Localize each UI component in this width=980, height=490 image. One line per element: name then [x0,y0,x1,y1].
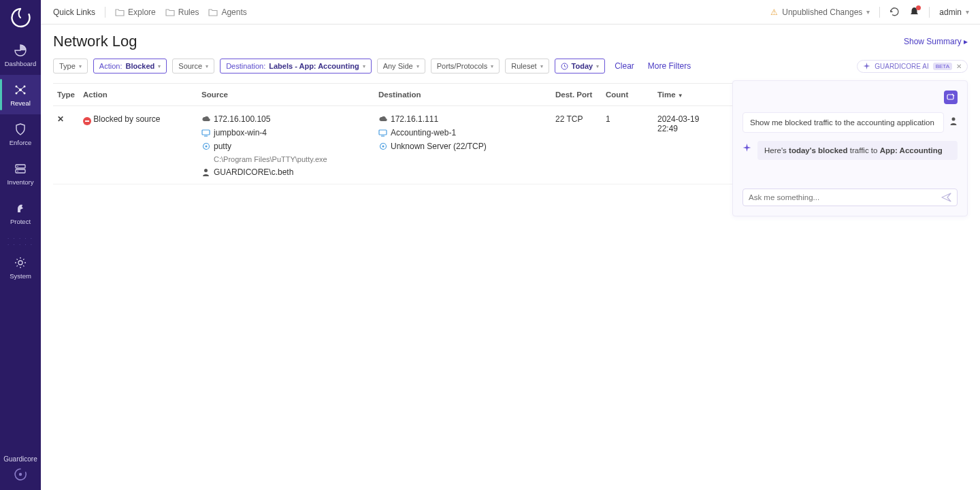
svg-rect-9 [16,165,25,168]
ai-input[interactable] [749,193,941,201]
quick-links-label[interactable]: Quick Links [53,7,95,17]
sort-desc-icon: ▼ [678,93,683,99]
chevron-down-icon: ▾ [966,8,969,16]
filter-today[interactable]: Today▾ [555,59,606,74]
filter-source[interactable]: Source▾ [172,59,214,74]
th-type[interactable]: Type [53,84,79,105]
crumb-rules[interactable]: Rules [165,7,199,17]
dest-service: Unknown Server (22/TCP) [391,142,487,151]
sidebar-item-protect[interactable]: Protect [0,193,41,233]
show-summary-label: Show Summary [904,37,962,46]
page-header: Network Log Show Summary ▸ [41,24,980,54]
sidebar-item-label: Protect [10,218,31,225]
folder-icon [115,8,125,16]
svg-rect-33 [947,95,953,99]
notifications-button[interactable] [909,7,919,17]
filter-action[interactable]: Action: Blocked▾ [93,59,167,74]
chevron-down-icon: ▾ [491,63,493,69]
unpublished-label: Unpublished Changes [782,7,862,17]
sidebar-item-label: System [10,272,31,280]
ai-assistant-text: Here's today's blocked traffic to App: A… [757,141,958,160]
dest-host: Accounting-web-1 [391,128,456,137]
gear-icon [14,256,27,270]
shield-icon [14,122,27,136]
warning-icon: ⚠ [770,7,778,17]
ai-panel: Show me blocked traffic to the accountin… [732,80,968,216]
brand-logo [0,0,41,35]
th-port[interactable]: Dest. Port [551,84,602,105]
svg-point-35 [952,118,956,121]
folder-icon [165,8,175,16]
show-summary-link[interactable]: Show Summary ▸ [904,37,968,46]
filter-destination[interactable]: Destination: Labels - App: Accounting▾ [220,59,372,74]
th-source[interactable]: Source [197,84,374,105]
close-icon[interactable]: ✕ [956,63,962,70]
sidebar-item-reveal[interactable]: Reveal [0,75,41,114]
send-icon[interactable] [941,193,951,202]
cloud-icon [201,115,210,124]
svg-rect-10 [16,169,25,173]
user-label: admin [939,7,962,17]
ai-text-part: Here's [764,146,789,154]
unpublished-changes[interactable]: ⚠ Unpublished Changes ▾ [770,7,870,17]
svg-rect-24 [202,130,210,135]
chevron-down-icon: ▾ [416,63,419,69]
main-content: Quick Links Explore Rules Agents ⚠ Unpub… [41,0,980,490]
monitor-icon [378,129,387,137]
ai-chip[interactable]: GUARDICORE AI BETA ✕ [857,60,968,73]
ai-text-part: traffic to [848,146,880,154]
user-menu[interactable]: admin ▾ [939,7,969,17]
sidebar-item-enforce[interactable]: Enforce [0,114,41,154]
servers-icon [14,162,27,176]
filter-type[interactable]: Type▾ [53,59,88,74]
more-filters-button[interactable]: More Filters [644,61,695,71]
refresh-button[interactable] [889,7,900,17]
ai-chip-label: GUARDICORE AI [875,63,928,70]
brand-name: Guardicore [3,455,37,463]
monitor-icon [201,129,210,137]
ai-new-chat-button[interactable] [944,91,958,104]
count-cell: 1 [602,106,653,184]
th-count[interactable]: Count [602,84,653,105]
chevron-down-icon: ▾ [363,63,365,69]
chip-value: Today [572,62,593,70]
topbar: Quick Links Explore Rules Agents ⚠ Unpub… [41,0,980,24]
knight-icon [14,201,27,215]
new-chat-icon [947,93,955,101]
filter-any-side[interactable]: Any Side▾ [377,59,425,74]
svg-line-19 [23,265,24,266]
clear-filters-button[interactable]: Clear [610,61,638,71]
filter-ruleset[interactable]: Ruleset▾ [505,59,549,74]
ai-user-message: Show me blocked traffic to the accountin… [742,112,958,133]
chip-value: Labels - App: Accounting [269,62,359,70]
chip-label: Ports/Protocols [437,62,488,70]
crumb-label: Agents [221,7,246,17]
sidebar-item-label: Reveal [10,99,31,107]
sidebar-item-dashboard[interactable]: Dashboard [0,35,41,75]
th-action[interactable]: Action [79,84,197,105]
process-icon [201,142,210,151]
chip-label: Ruleset [511,62,536,70]
th-destination[interactable]: Destination [374,84,551,105]
crumb-agents[interactable]: Agents [208,7,246,17]
crumb-label: Explore [128,7,156,17]
svg-line-5 [16,86,20,90]
svg-line-7 [16,90,20,93]
divider [929,7,930,18]
sparkle-icon [863,63,870,70]
svg-point-12 [17,170,18,172]
sidebar-item-inventory[interactable]: Inventory [0,154,41,193]
crumb-explore[interactable]: Explore [115,7,156,17]
pie-icon [14,44,27,57]
source-user: GUARDICORE\c.beth [214,167,293,177]
clock-icon [561,63,568,70]
sparkle-icon [742,144,752,153]
svg-line-18 [17,259,18,259]
svg-rect-29 [379,130,387,135]
chip-label: Any Side [383,62,413,70]
filter-ports[interactable]: Ports/Protocols▾ [431,59,500,74]
chip-value: Blocked [126,62,155,70]
sidebar-item-system[interactable]: System [0,248,41,287]
time-cell: 2024-03-19 22:49 [653,106,708,184]
user-icon [201,168,210,177]
